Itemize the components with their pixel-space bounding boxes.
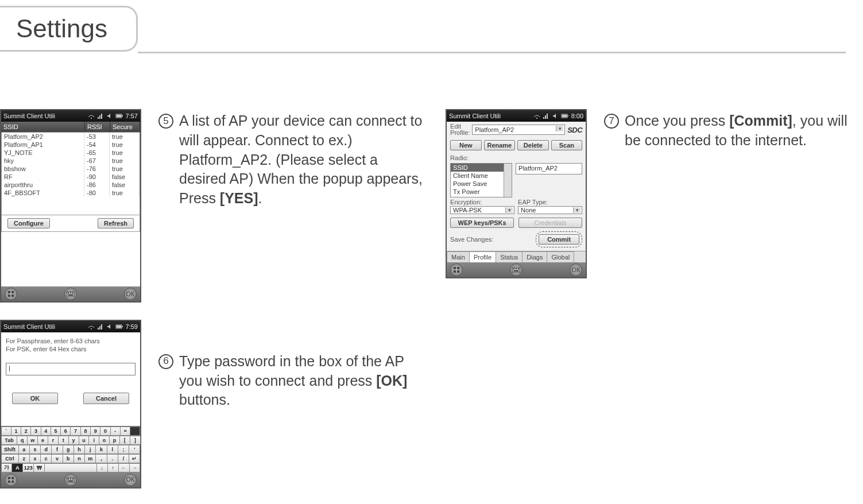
tab-diags[interactable]: Diags <box>522 251 547 262</box>
step-number: 7 <box>604 114 619 129</box>
col-secure[interactable]: Secure <box>110 122 140 132</box>
delete-button[interactable]: Delete <box>517 140 549 150</box>
svg-rect-19 <box>101 324 102 329</box>
svg-rect-46 <box>518 268 519 269</box>
cancel-button[interactable]: Cancel <box>83 393 129 404</box>
signal-icon <box>97 113 104 119</box>
configure-button[interactable]: Configure <box>7 218 50 228</box>
profile-select[interactable]: Platform_AP2 <box>472 125 565 135</box>
ssid-value-field[interactable]: Platform_AP2 <box>516 163 582 175</box>
table-row: Platform_AP1-54true <box>2 141 140 149</box>
keyboard-icon[interactable] <box>64 474 77 486</box>
step-7-text: 7 Once you press [Commit], you will be c… <box>604 111 863 150</box>
svg-rect-26 <box>11 480 14 483</box>
list-item: Client Name <box>451 172 504 180</box>
radio-label: Radio: <box>450 154 469 161</box>
radio-listbox[interactable]: SSID Client Name Power Save Tx Power <box>450 163 512 197</box>
svg-rect-6 <box>117 115 121 117</box>
ap-list[interactable]: Platform_AP2-53true Platform_AP1-54true … <box>1 132 140 215</box>
on-screen-keyboard[interactable]: `1234567890-=⠀ Tabqwertyuiop[] Shiftasdf… <box>1 426 140 472</box>
svg-rect-1 <box>98 117 99 119</box>
step-number: 6 <box>158 354 173 369</box>
table-row: Platform_AP2-53true <box>2 133 140 141</box>
app-title: Summit Client Utili <box>3 323 55 330</box>
keyboard-icon[interactable] <box>64 288 77 300</box>
list-item: Tx Power <box>451 188 504 196</box>
encryption-select[interactable]: WPA-PSK <box>450 206 514 214</box>
title-rule <box>138 52 846 53</box>
screenshot-7: Summit Client Utili 8:00 Edit Profile: P… <box>446 109 587 278</box>
table-row: 4F_BBSOFT-80true <box>2 189 140 197</box>
rename-button[interactable]: Rename <box>484 140 516 150</box>
tab-global[interactable]: Global <box>547 251 574 262</box>
refresh-button[interactable]: Refresh <box>98 218 134 228</box>
svg-rect-41 <box>454 270 456 273</box>
svg-rect-23 <box>8 477 10 479</box>
wep-keys-button[interactable]: WEP keys/PSKs <box>450 218 514 228</box>
ok-button[interactable]: OK <box>124 288 137 300</box>
battery-icon <box>561 113 569 119</box>
col-rssi[interactable]: RSSI <box>85 122 110 132</box>
new-button[interactable]: New <box>450 140 482 150</box>
keyboard-icon[interactable] <box>510 263 523 276</box>
tab-bar: Main Profile Status Diags Global <box>447 251 586 262</box>
step-5-text: 5 A list of AP your device can connect t… <box>158 111 428 208</box>
svg-rect-29 <box>70 478 71 479</box>
svg-rect-43 <box>512 267 520 273</box>
tab-status[interactable]: Status <box>496 251 523 262</box>
start-icon[interactable] <box>5 288 17 300</box>
scrollbar[interactable] <box>504 164 512 197</box>
svg-rect-21 <box>122 326 123 327</box>
tab-main[interactable]: Main <box>447 251 470 262</box>
svg-rect-25 <box>8 480 10 483</box>
tab-profile[interactable]: Profile <box>469 251 496 262</box>
commit-button[interactable]: Commit <box>539 234 579 245</box>
ok-button[interactable]: OK <box>124 474 137 486</box>
screenshot-5: Summit Client Utili 7:57 SSID RSSI Secur… <box>0 109 141 303</box>
titlebar: Summit Client Utili 7:57 <box>1 110 140 122</box>
password-input[interactable]: | <box>6 363 136 375</box>
svg-rect-42 <box>457 270 459 273</box>
svg-point-0 <box>91 118 92 119</box>
svg-rect-2 <box>99 115 100 119</box>
svg-rect-45 <box>516 268 517 269</box>
passphrase-hint-1: For Passphrase, enter 8-63 chars <box>6 337 136 345</box>
clock: 8:00 <box>571 113 583 119</box>
scan-button[interactable]: Scan <box>551 140 583 150</box>
ok-button[interactable]: OK <box>570 263 582 276</box>
svg-rect-35 <box>547 114 548 119</box>
svg-rect-33 <box>543 117 544 119</box>
table-row: YJ_NOTE-65true <box>2 149 140 157</box>
ok-button[interactable]: OK <box>12 393 58 404</box>
eap-type-select[interactable]: None <box>518 206 582 214</box>
start-icon[interactable] <box>5 474 17 486</box>
battery-icon <box>115 323 123 330</box>
col-ssid[interactable]: SSID <box>1 122 85 132</box>
table-row: RF-90false <box>2 173 140 181</box>
volume-icon <box>106 113 113 119</box>
svg-rect-12 <box>68 292 69 293</box>
svg-point-32 <box>536 118 537 119</box>
titlebar: Summit Client Utili 8:00 <box>447 110 586 122</box>
volume-icon <box>106 323 113 330</box>
step-6-text: 6 Type password in the box of the AP you… <box>158 352 428 410</box>
svg-rect-31 <box>68 480 73 482</box>
wifi-icon <box>533 113 540 119</box>
page-title: Settings <box>16 14 107 43</box>
page-title-tab: Settings <box>0 6 138 52</box>
volume-icon <box>552 113 559 119</box>
svg-rect-38 <box>562 115 567 117</box>
svg-rect-22 <box>117 325 121 328</box>
app-title: Summit Client Utili <box>449 113 501 119</box>
svg-rect-17 <box>98 328 99 329</box>
table-row: hky-67true <box>2 157 140 165</box>
table-header: SSID RSSI Secure <box>1 122 140 132</box>
passphrase-hint-2: For PSK, enter 64 Hex chars <box>6 345 136 353</box>
list-item: Power Save <box>451 180 504 188</box>
start-icon[interactable] <box>450 263 463 276</box>
app-title: Summit Client Utili <box>3 113 55 119</box>
backspace-key: ⠀ <box>130 427 140 436</box>
svg-rect-5 <box>122 115 123 117</box>
clock: 7:59 <box>126 323 138 330</box>
table-row: airportthru-86false <box>2 181 140 189</box>
